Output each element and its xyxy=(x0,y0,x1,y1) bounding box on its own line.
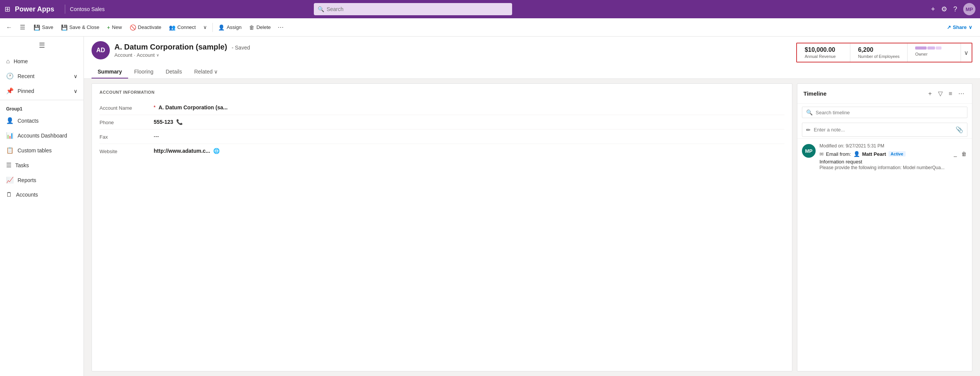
user-avatar[interactable]: MP xyxy=(963,3,975,15)
field-row-phone: Phone 555-123 📞 xyxy=(100,115,784,130)
record-tabs: Summary Flooring Details Related ∨ xyxy=(92,66,972,78)
record-title-info: A. Datum Corporation (sample) - Saved Ac… xyxy=(114,43,250,58)
record-type-row: Account · Account ∨ xyxy=(114,52,250,58)
entry-status-badge: Active xyxy=(888,151,906,157)
sidebar-item-home[interactable]: ⌂ Home xyxy=(0,54,84,69)
stat-owner[interactable]: Owner xyxy=(908,43,961,62)
from-label: Email from: xyxy=(826,151,851,157)
new-button[interactable]: + New xyxy=(103,22,125,33)
delete-label: Delete xyxy=(256,24,271,30)
connect-dropdown-button[interactable]: ∨ xyxy=(199,22,211,32)
owner-label: Owner xyxy=(915,52,927,56)
sidebar-item-pinned[interactable]: 📌 Pinned ∨ xyxy=(0,83,84,98)
form-body: ACCOUNT INFORMATION Account Name * A. Da… xyxy=(84,79,980,376)
connect-label: Connect xyxy=(177,24,196,30)
timeline-sort-button[interactable]: ≡ xyxy=(947,89,954,99)
share-button[interactable]: ↗ Share ∨ xyxy=(942,22,977,32)
save-close-button[interactable]: 💾 Save & Close xyxy=(57,22,103,33)
waffle-icon[interactable]: ⊞ xyxy=(5,5,10,13)
phone-label: Phone xyxy=(100,119,149,125)
owner-bar-seg2 xyxy=(927,46,935,50)
attach-icon[interactable]: 📎 xyxy=(956,126,963,133)
record-header: AD A. Datum Corporation (sample) - Saved… xyxy=(84,37,980,79)
assign-button[interactable]: 👤 Assign xyxy=(214,22,245,33)
sidebar-toggle-button[interactable]: ☰ xyxy=(0,37,84,54)
tab-summary[interactable]: Summary xyxy=(92,66,128,78)
sidebar-item-tasks[interactable]: ☰ Tasks xyxy=(0,158,84,173)
timeline-more-button[interactable]: ⋯ xyxy=(957,88,966,99)
new-icon: + xyxy=(107,24,110,30)
timeline-panel: Timeline + ▽ ≡ ⋯ 🔍 ✏ 📎 MP xyxy=(797,83,972,371)
new-label: New xyxy=(112,24,122,30)
save-button[interactable]: 💾 Save xyxy=(30,22,57,33)
reports-icon: 📈 xyxy=(6,176,14,184)
record-saved-status: - Saved xyxy=(231,45,250,51)
sidebar-item-recent[interactable]: 🕐 Recent ∨ xyxy=(0,69,84,83)
type-dot: · xyxy=(134,52,135,58)
sidebar-item-custom-tables[interactable]: 📋 Custom tables xyxy=(0,143,84,158)
settings-button[interactable]: ⚙ xyxy=(941,5,947,13)
contacts-icon: 👤 xyxy=(6,117,14,124)
connect-icon: 👥 xyxy=(169,24,175,30)
timeline-filter-button[interactable]: ▽ xyxy=(937,88,944,99)
deactivate-label: Deactivate xyxy=(138,24,161,30)
sidebar-item-accounts-dashboard[interactable]: 📊 Accounts Dashboard xyxy=(0,128,84,143)
expand-stats-button[interactable]: ∨ xyxy=(961,43,972,62)
record-name-row: A. Datum Corporation (sample) - Saved xyxy=(114,43,250,51)
timeline-add-button[interactable]: + xyxy=(927,89,933,99)
connect-button[interactable]: 👥 Connect xyxy=(165,22,199,33)
record-title-row: AD A. Datum Corporation (sample) - Saved… xyxy=(92,41,972,62)
sidebar-accounts-dashboard-label: Accounts Dashboard xyxy=(18,133,67,139)
owner-bar-seg3 xyxy=(936,46,941,50)
content-area: AD A. Datum Corporation (sample) - Saved… xyxy=(84,37,980,376)
fax-value[interactable]: --- xyxy=(154,133,784,139)
account-name-value[interactable]: * A. Datum Corporation (sa... xyxy=(154,104,784,110)
type-chevron-icon[interactable]: ∨ xyxy=(156,53,159,57)
form-selector-button[interactable]: ☰ xyxy=(17,21,28,33)
phone-value[interactable]: 555-123 📞 xyxy=(154,119,784,125)
search-icon: 🔍 xyxy=(318,6,324,12)
tab-related[interactable]: Related ∨ xyxy=(188,66,224,78)
back-button[interactable]: ← xyxy=(3,22,15,33)
entry-delete-button[interactable]: 🗑 xyxy=(961,150,967,158)
chevron-down-icon2: ∨ xyxy=(74,88,77,94)
annual-revenue-value: $10,000.00 xyxy=(805,46,835,53)
annual-revenue-label: Annual Revenue xyxy=(805,54,835,59)
accounts-dashboard-icon: 📊 xyxy=(6,132,14,139)
note-edit-icon: ✏ xyxy=(806,127,811,133)
entry-title-row: ✉ Email from: 👤 Matt Peart Active ⎯ 🗑 xyxy=(819,150,967,158)
sidebar-item-accounts[interactable]: 🗒 Accounts xyxy=(0,187,84,202)
sidebar-contacts-label: Contacts xyxy=(18,118,39,124)
sidebar-tasks-label: Tasks xyxy=(15,162,29,168)
email-icon: ✉ xyxy=(819,151,824,157)
sidebar-recent-label: Recent xyxy=(18,73,34,79)
sidebar-item-contacts[interactable]: 👤 Contacts xyxy=(0,113,84,128)
related-chevron-icon: ∨ xyxy=(214,69,218,75)
timeline-note-input: ✏ 📎 xyxy=(802,123,967,137)
save-label: Save xyxy=(42,24,53,30)
sidebar-pinned-label: Pinned xyxy=(18,88,34,94)
tab-details[interactable]: Details xyxy=(159,66,188,78)
nav-actions: + ⚙ ? MP xyxy=(931,3,975,15)
owner-bar-seg1 xyxy=(915,46,927,50)
more-button[interactable]: ⋯ xyxy=(275,21,287,33)
delete-button[interactable]: 🗑 Delete xyxy=(245,22,275,33)
share-icon: ↗ xyxy=(947,24,951,30)
timeline-search-input[interactable] xyxy=(816,110,963,115)
search-input[interactable] xyxy=(326,6,508,12)
deactivate-button[interactable]: 🚫 Deactivate xyxy=(126,22,165,33)
website-label: Website xyxy=(100,148,149,154)
app-name: Power Apps xyxy=(15,5,54,13)
entry-reply-button[interactable]: ⎯ xyxy=(953,150,958,158)
add-button[interactable]: + xyxy=(931,5,935,13)
sidebar-item-reports[interactable]: 📈 Reports xyxy=(0,173,84,187)
account-name-label: Account Name xyxy=(100,104,149,111)
website-value[interactable]: http://www.adatum.c... 🌐 xyxy=(154,148,784,154)
note-input[interactable] xyxy=(814,127,953,133)
phone-icon: 📞 xyxy=(176,119,183,125)
recent-icon: 🕐 xyxy=(6,72,14,80)
employees-value: 6,200 xyxy=(858,46,873,53)
help-button[interactable]: ? xyxy=(953,5,957,13)
stat-employees: 6,200 Number of Employees xyxy=(850,43,908,62)
tab-flooring[interactable]: Flooring xyxy=(128,66,160,78)
